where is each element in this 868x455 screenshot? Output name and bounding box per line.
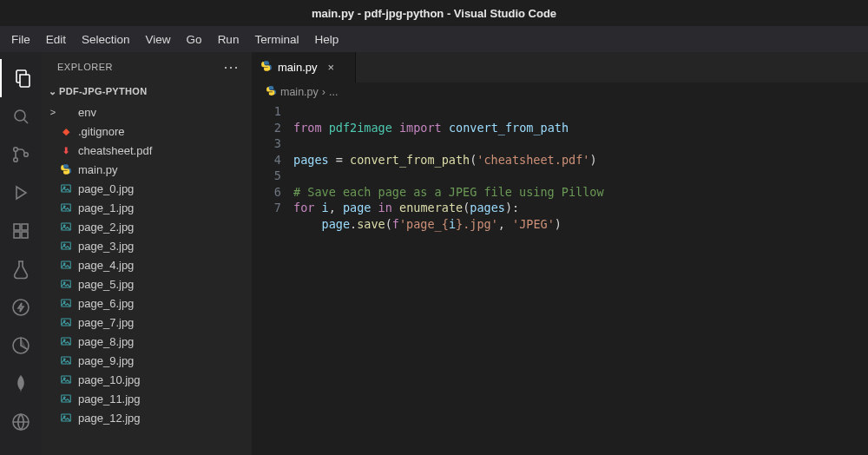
menu-file[interactable]: File [3,27,38,53]
tree-item-label: page_3.jpg [78,240,134,253]
window-title-text: main.py - pdf-jpg-python - Visual Studio… [312,7,556,20]
menu-terminal[interactable]: Terminal [247,27,306,53]
tree-item-page-12-jpg[interactable]: page_12.jpg [42,408,252,427]
tree-item-label: page_6.jpg [78,297,134,310]
menu-selection[interactable]: Selection [74,27,138,53]
tree-item-label: page_9.jpg [78,354,134,367]
tree-item-page-10-jpg[interactable]: page_10.jpg [42,370,252,389]
breadcrumb-more: ... [329,86,338,98]
tree-item-main-py[interactable]: main.py [42,160,252,179]
tree-item-label: env [78,106,96,119]
tree-item-label: page_7.jpg [78,316,134,329]
tab-label: main.py [278,61,318,74]
tree-item-label: main.py [78,163,118,176]
file-tree: >env◆.gitignore⬇cheatsheet.pdfmain.pypag… [42,101,252,427]
tree-item-page-3-jpg[interactable]: page_3.jpg [42,236,252,255]
source-control-icon[interactable] [0,135,42,174]
thunder-icon[interactable] [0,288,42,326]
tree-item-page-4-jpg[interactable]: page_4.jpg [42,255,252,274]
menu-go[interactable]: Go [179,27,210,53]
activity-bar [0,52,42,455]
menubar: File Edit Selection View Go Run Terminal… [0,26,868,52]
tree-item--gitignore[interactable]: ◆.gitignore [42,122,252,141]
sidebar: EXPLORER ⋯ ⌄ PDF-JPG-PYTHON >env◆.gitign… [42,52,252,455]
tree-item-page-9-jpg[interactable]: page_9.jpg [42,351,252,370]
svg-point-3 [24,153,29,157]
sidebar-title: EXPLORER [57,62,113,72]
tree-item-cheatsheet-pdf[interactable]: ⬇cheatsheet.pdf [42,141,252,160]
menu-run[interactable]: Run [210,27,247,53]
window-title: main.py - pdf-jpg-python - Visual Studio… [0,0,868,26]
files-icon[interactable] [0,59,42,97]
breadcrumb-separator: › [322,86,326,98]
mongodb-icon[interactable] [0,365,42,403]
svg-rect-7 [22,232,28,238]
breadcrumb[interactable]: main.py › ... [252,82,868,102]
tree-item-label: page_8.jpg [78,335,134,348]
line-gutter: 1234567 [252,103,293,232]
folder-header[interactable]: ⌄ PDF-JPG-PYTHON [42,82,252,101]
svg-point-1 [14,148,18,152]
menu-help[interactable]: Help [306,27,346,53]
tree-item-label: .gitignore [78,125,124,138]
tree-item-page-7-jpg[interactable]: page_7.jpg [42,313,252,332]
sidebar-more-icon[interactable]: ⋯ [223,57,240,76]
chevron-down-icon: ⌄ [47,86,59,97]
tree-item-page-6-jpg[interactable]: page_6.jpg [42,293,252,313]
testing-icon[interactable] [0,250,42,288]
svg-point-0 [15,110,25,121]
tree-item-label: page_4.jpg [78,259,134,272]
editor-area: main.py × main.py › ... 1234567 from pdf… [252,52,868,455]
code-content[interactable]: from pdf2image import convert_from_path … [293,103,604,232]
tree-item-label: page_10.jpg [78,373,141,386]
close-tab-icon[interactable]: × [328,61,335,74]
tree-item-label: page_2.jpg [78,221,134,234]
tree-item-page-2-jpg[interactable]: page_2.jpg [42,217,252,236]
svg-rect-4 [14,224,20,230]
run-debug-icon[interactable] [0,174,42,212]
editor-tabs: main.py × [252,52,868,82]
tree-item-page-1-jpg[interactable]: page_1.jpg [42,198,252,217]
tree-item-label: page_12.jpg [78,412,141,425]
svg-rect-5 [22,224,28,230]
tree-item-label: page_0.jpg [78,182,134,195]
tree-item-page-11-jpg[interactable]: page_11.jpg [42,389,252,408]
breadcrumb-file: main.py [280,86,319,98]
tree-item-page-8-jpg[interactable]: page_8.jpg [42,332,252,351]
svg-point-2 [14,158,18,162]
tree-item-page-0-jpg[interactable]: page_0.jpg [42,179,252,198]
menu-edit[interactable]: Edit [38,27,74,53]
tree-item-label: page_11.jpg [78,392,141,406]
search-icon[interactable] [0,97,42,135]
tree-item-label: page_1.jpg [78,201,134,214]
tree-item-page-5-jpg[interactable]: page_5.jpg [42,274,252,293]
tree-item-label: page_5.jpg [78,278,134,291]
python-icon [266,85,277,99]
code-editor[interactable]: 1234567 from pdf2image import convert_fr… [252,102,868,232]
svg-point-8 [13,300,29,315]
remote-icon[interactable] [0,403,42,441]
extensions-icon[interactable] [0,212,42,250]
python-icon [260,60,273,75]
menu-view[interactable]: View [138,27,179,53]
chevron-right-icon: > [47,107,59,117]
folder-name: PDF-JPG-PYTHON [59,86,147,96]
tree-item-label: cheatsheet.pdf [78,144,152,157]
svg-rect-6 [14,232,20,238]
tab-mainpy[interactable]: main.py × [252,52,356,82]
pie-icon[interactable] [0,326,42,365]
sidebar-header: EXPLORER ⋯ [42,52,252,82]
tree-item-env[interactable]: >env [42,102,252,122]
